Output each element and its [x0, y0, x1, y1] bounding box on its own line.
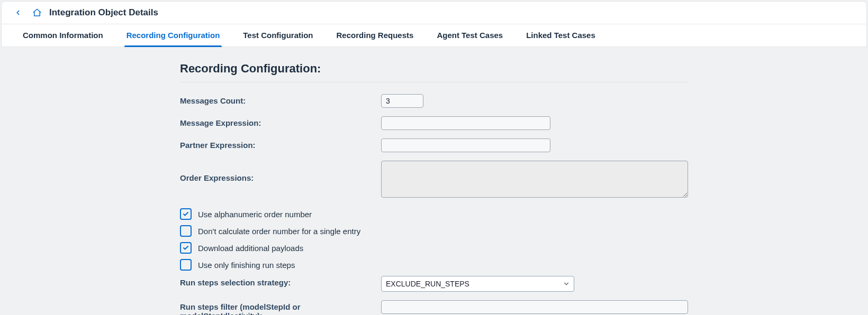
titlebar: Integration Object Details: [2, 2, 866, 24]
dont-calculate-single-checkbox[interactable]: [180, 225, 192, 237]
chevron-left-icon: [14, 9, 22, 16]
home-icon: [32, 8, 42, 17]
use-alphanumeric-checkbox[interactable]: [180, 208, 192, 220]
check-icon: [183, 245, 189, 251]
page-title: Integration Object Details: [49, 7, 158, 18]
messages-count-label: Messages Count:: [180, 94, 381, 105]
tab-linked-test-cases[interactable]: Linked Test Cases: [514, 24, 607, 47]
run-steps-strategy-select[interactable]: EXCLUDE_RUN_STEPS: [381, 276, 574, 292]
tab-agent-test-cases[interactable]: Agent Test Cases: [425, 24, 514, 47]
check-icon: [183, 211, 189, 217]
home-button[interactable]: [30, 6, 44, 20]
back-button[interactable]: [11, 6, 25, 20]
section-divider: [180, 82, 688, 82]
message-expression-input[interactable]: [381, 116, 550, 130]
download-additional-payloads-label: Download additional payloads: [198, 244, 303, 253]
partner-expression-input[interactable]: [381, 138, 550, 152]
run-steps-filter-label: Run steps filter (modelStepId or modelSt…: [180, 300, 381, 315]
tab-recording-requests[interactable]: Recording Requests: [325, 24, 426, 47]
section-title: Recording Configuration:: [180, 62, 688, 76]
run-steps-filter-input[interactable]: [381, 300, 688, 314]
tab-bar: Common Information Recording Configurati…: [2, 24, 866, 47]
dont-calculate-single-label: Don't calculate order number for a singl…: [198, 227, 360, 236]
order-expressions-textarea[interactable]: [381, 161, 688, 198]
message-expression-label: Message Expression:: [180, 116, 381, 127]
download-additional-payloads-checkbox[interactable]: [180, 242, 192, 254]
recording-configuration-panel: Recording Configuration: Messages Count:…: [180, 47, 688, 315]
use-only-finishing-run-steps-label: Use only finishing run steps: [198, 261, 295, 270]
tab-test-configuration[interactable]: Test Configuration: [231, 24, 324, 47]
partner-expression-label: Partner Expression:: [180, 138, 381, 150]
tab-recording-configuration[interactable]: Recording Configuration: [115, 24, 232, 47]
use-only-finishing-run-steps-checkbox[interactable]: [180, 259, 192, 271]
use-alphanumeric-label: Use alphanumeric order number: [198, 210, 312, 219]
messages-count-input[interactable]: [381, 94, 423, 108]
tab-common-information[interactable]: Common Information: [11, 24, 115, 47]
order-expressions-label: Order Expressions:: [180, 161, 381, 182]
run-steps-strategy-label: Run steps selection strategy:: [180, 276, 381, 287]
